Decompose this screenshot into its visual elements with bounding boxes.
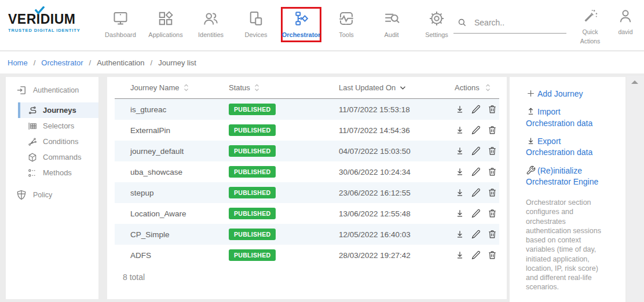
table-row[interactable]: ExternalPin PUBLISHED 11/07/2022 14:54:3… — [115, 120, 499, 141]
download-icon[interactable] — [455, 250, 465, 260]
edit-pencil-icon[interactable] — [471, 250, 481, 260]
breadcrumb-journey-list: Journey list — [158, 58, 196, 67]
sort-icon[interactable] — [254, 84, 259, 91]
row-actions-cell — [439, 229, 499, 240]
edit-pencil-icon[interactable] — [471, 208, 481, 219]
column-header-actions[interactable]: Actions — [439, 83, 499, 92]
search-input[interactable] — [474, 18, 561, 27]
row-actions-cell — [439, 167, 499, 177]
table-row[interactable]: ADFS PUBLISHED 28/03/2022 19:27:42 — [115, 245, 499, 266]
top-navbar: VERIDIUM TRUSTED DIGITAL IDENTITY Dashbo… — [0, 0, 644, 51]
login-icon — [16, 84, 27, 96]
nav-item-dashboard[interactable]: Dashboard — [100, 7, 141, 42]
journey-table-header: Journey Name Status Last Updated On Acti… — [115, 77, 499, 99]
nav-item-label: Devices — [244, 31, 267, 38]
sidebar-item-commands[interactable]: Commands — [18, 149, 98, 165]
edit-pencil-icon[interactable] — [471, 229, 481, 240]
sidebar-item-selectors[interactable]: Selectors — [18, 118, 98, 134]
nav-item-devices[interactable]: Devices — [236, 7, 276, 42]
status-badge: PUBLISHED — [229, 124, 276, 136]
delete-trash-icon[interactable] — [487, 125, 497, 135]
nav-item-label: Orchestrator — [282, 31, 321, 38]
delete-trash-icon[interactable] — [487, 146, 497, 156]
status-cell: PUBLISHED — [213, 187, 323, 198]
breadcrumb-separator: / — [151, 58, 153, 67]
edit-pencil-icon[interactable] — [471, 167, 481, 177]
table-row[interactable]: uba_showcase PUBLISHED 30/06/2022 10:24:… — [115, 161, 499, 182]
edit-pencil-icon[interactable] — [471, 125, 481, 135]
sort-icon[interactable] — [485, 84, 491, 91]
journey-name: Location_Aware — [130, 209, 186, 218]
sidebar-item-policy[interactable]: Policy — [6, 186, 98, 204]
table-row[interactable]: Location_Aware PUBLISHED 13/06/2022 12:5… — [115, 203, 499, 224]
tools-icon — [338, 10, 355, 27]
import-orchestration-button[interactable]: Import Orchestration data — [526, 106, 610, 129]
search-icon — [457, 17, 467, 28]
delete-trash-icon[interactable] — [487, 208, 497, 219]
nav-item-settings[interactable]: Settings — [416, 7, 457, 42]
download-icon[interactable] — [455, 187, 465, 198]
edit-pencil-icon[interactable] — [471, 146, 481, 156]
applications-icon — [157, 10, 174, 27]
breadcrumb-home[interactable]: Home — [8, 58, 28, 67]
scrollbar-track[interactable] — [627, 76, 644, 302]
scroll-up-arrow[interactable] — [631, 80, 638, 84]
journey-table-body: is_gtureac PUBLISHED 11/07/2022 15:53:18 — [115, 99, 499, 266]
journey-name-cell: uba_showcase — [115, 168, 213, 176]
edit-pencil-icon[interactable] — [471, 187, 481, 198]
journey-name-cell: Location_Aware — [115, 209, 213, 218]
global-search[interactable] — [453, 17, 566, 34]
status-badge: PUBLISHED — [229, 208, 276, 219]
table-row[interactable]: journey_default PUBLISHED 04/07/2022 15:… — [115, 141, 499, 161]
sidebar: Authentication Journeys Selectors Condit… — [6, 77, 98, 299]
nav-item-tools[interactable]: Tools — [326, 7, 367, 42]
delete-trash-icon[interactable] — [487, 250, 497, 260]
journey-name-cell: stepup — [115, 189, 213, 197]
sidebar-item-authentication[interactable]: Authentication — [6, 82, 98, 99]
nav-item-orchestrator[interactable]: Orchestrator — [281, 7, 321, 42]
audit-icon — [383, 10, 400, 27]
column-header-last-updated[interactable]: Last Updated On — [323, 83, 439, 92]
edit-pencil-icon[interactable] — [471, 104, 481, 115]
table-row[interactable]: CP_Simple PUBLISHED 12/05/2022 16:40:03 — [115, 224, 499, 245]
breadcrumb-orchestrator[interactable]: Orchestrator — [41, 58, 83, 67]
nav-item-applications[interactable]: Applications — [145, 7, 186, 42]
delete-trash-icon[interactable] — [487, 104, 497, 115]
download-icon[interactable] — [455, 104, 465, 115]
sidebar-item-methods[interactable]: Methods — [18, 165, 98, 181]
export-orchestration-button[interactable]: Export Orchestration data — [526, 136, 610, 159]
column-header-status[interactable]: Status — [213, 83, 323, 92]
nav-item-audit[interactable]: Audit — [371, 7, 412, 42]
table-row[interactable]: stepup PUBLISHED 23/06/2022 16:12:55 — [115, 182, 499, 203]
download-icon[interactable] — [455, 208, 465, 219]
nav-item-identities[interactable]: Identities — [191, 7, 231, 42]
column-label: Actions — [455, 83, 480, 92]
commands-cube-icon — [27, 152, 38, 163]
download-icon[interactable] — [455, 167, 465, 177]
sort-desc-icon[interactable] — [400, 86, 406, 90]
delete-trash-icon[interactable] — [487, 167, 497, 177]
table-row[interactable]: is_gtureac PUBLISHED 11/07/2022 15:53:18 — [115, 99, 499, 120]
delete-trash-icon[interactable] — [487, 187, 497, 198]
delete-trash-icon[interactable] — [487, 229, 497, 240]
reinitialize-engine-button[interactable]: (Re)initialize Orchestrator Engine — [526, 165, 610, 188]
sidebar-item-label: Selectors — [43, 121, 74, 130]
devices-icon — [247, 10, 265, 27]
conditions-branch-icon — [27, 137, 38, 147]
sidebar-item-journeys[interactable]: Journeys — [18, 102, 98, 118]
quick-actions-button[interactable]: Quick Actions — [577, 8, 603, 46]
add-journey-button[interactable]: Add Journey — [526, 89, 610, 100]
download-icon[interactable] — [455, 146, 465, 156]
status-cell: PUBLISHED — [213, 249, 323, 261]
last-updated-value: 30/06/2022 10:24:34 — [339, 168, 411, 176]
user-menu[interactable]: david — [614, 8, 637, 36]
sort-icon[interactable] — [184, 84, 189, 91]
sidebar-item-conditions[interactable]: Conditions — [18, 134, 98, 149]
wrench-icon — [526, 165, 537, 175]
magic-wand-icon — [582, 8, 598, 24]
download-icon[interactable] — [455, 125, 465, 135]
column-header-journey-name[interactable]: Journey Name — [115, 83, 213, 92]
row-actions-cell — [439, 208, 499, 219]
brand-tagline: TRUSTED DIGITAL IDENTITY — [8, 28, 95, 33]
download-icon[interactable] — [455, 229, 465, 240]
